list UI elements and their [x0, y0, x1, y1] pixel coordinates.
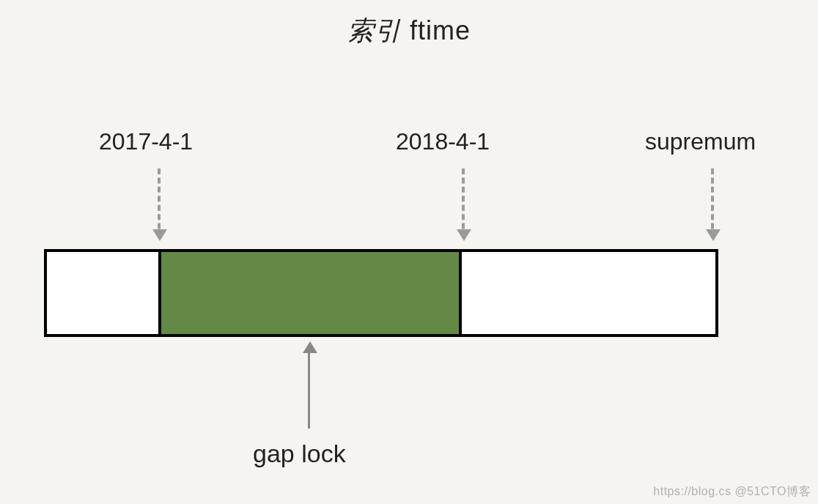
marker-label-start: 2017-4-1: [99, 128, 193, 155]
arrow-down-icon: [158, 168, 161, 238]
watermark-text: https://blog.cs @51CTO博客: [653, 484, 811, 500]
arrow-down-icon: [462, 168, 465, 238]
marker-label-end: 2018-4-1: [396, 128, 490, 155]
gap-lock-label: gap lock: [253, 440, 346, 468]
index-range-bar: [44, 249, 718, 337]
arrow-down-icon: [711, 168, 714, 238]
segment-gap-lock: [161, 249, 462, 337]
segment-unlocked-left: [44, 249, 161, 337]
arrow-up-icon: [308, 344, 310, 429]
diagram-title: 索引 ftime: [0, 13, 818, 49]
marker-label-supremum: supremum: [645, 128, 756, 155]
title-prefix: 索引: [347, 16, 402, 45]
title-suffix: ftime: [402, 15, 471, 45]
segment-unlocked-right: [462, 249, 718, 337]
